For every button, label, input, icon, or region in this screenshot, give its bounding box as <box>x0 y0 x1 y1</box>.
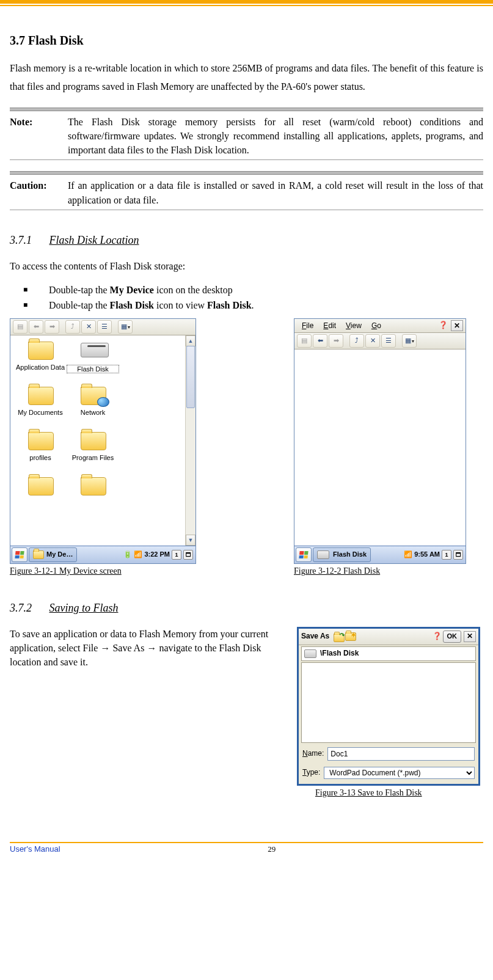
bullet-1: Double-tap the My Device icon on the des… <box>46 283 483 297</box>
menu-go[interactable]: Go <box>367 321 386 331</box>
subsection-1-number: 3.7.1 <box>10 234 32 246</box>
section-number: 3.7 <box>10 34 25 47</box>
taskbar-app-label: Flash Disk <box>333 550 367 560</box>
folder-extra-2[interactable] <box>67 475 119 520</box>
back-button[interactable]: ⬅ <box>29 320 43 334</box>
folder-program-files[interactable]: Program Files <box>67 430 119 475</box>
type-select[interactable]: WordPad Document (*.pwd) <box>324 767 475 779</box>
menu-view[interactable]: View <box>341 321 367 331</box>
subsection-2-title: Saving to Flash <box>49 602 119 614</box>
file-pane-empty[interactable] <box>294 349 466 546</box>
taskbar-app[interactable]: My De… <box>29 547 77 562</box>
forward-button[interactable]: ➡ <box>45 320 59 334</box>
drive-icon <box>81 343 109 357</box>
tray-desktop-icon[interactable]: 🗔 <box>183 550 193 560</box>
folder-label: profiles <box>14 454 67 461</box>
views-button[interactable]: ▦▾ <box>402 334 417 348</box>
folder-label: Program Files <box>67 454 119 461</box>
folder-label: My Documents <box>14 409 67 416</box>
drive-flash-disk[interactable]: Flash Disk <box>67 339 119 384</box>
figure-3-caption: Figure 3-13 Save to Flash Disk <box>315 787 480 799</box>
network-folder-icon <box>81 387 106 405</box>
header-rule <box>0 0 493 6</box>
subsection-1-heading: 3.7.1 Flash Disk Location <box>10 232 483 248</box>
tray-input-icon[interactable]: 1 <box>172 550 181 560</box>
up-button[interactable]: ⤴ <box>349 334 364 348</box>
system-tray[interactable]: 🔋 📶 3:22 PM 1 🗔 <box>123 550 194 560</box>
scroll-up-icon[interactable]: ▲ <box>186 335 195 346</box>
file-list[interactable] <box>301 662 476 743</box>
subsection-2-number: 3.7.2 <box>10 602 32 614</box>
folder-extra-1[interactable] <box>14 475 67 520</box>
dialog-title: Save As <box>301 631 329 642</box>
caution-body: If an application or a data file is inst… <box>68 178 483 207</box>
views-button[interactable]: ▦▾ <box>118 320 133 334</box>
start-button[interactable] <box>12 547 27 562</box>
menu-file[interactable]: File <box>297 321 318 331</box>
page-number: 29 <box>268 844 276 854</box>
forward-button[interactable]: ➡ <box>329 334 343 348</box>
folder-my-documents[interactable]: My Documents <box>14 384 67 430</box>
intro-paragraph: Flash memory is a re-writable location i… <box>10 59 483 97</box>
path-field[interactable]: \Flash Disk <box>301 646 476 661</box>
ok-button[interactable]: OK <box>443 631 462 643</box>
note-body: The Flash Disk storage memory persists f… <box>68 115 483 158</box>
scroll-down-icon[interactable]: ▼ <box>186 535 195 546</box>
note-block: Note: The Flash Disk storage memory pers… <box>10 108 483 161</box>
menubar: File Edit View Go ❓ ✕ <box>294 319 466 333</box>
folder-icon <box>28 387 54 405</box>
scroll-thumb[interactable] <box>186 346 195 408</box>
tray-desktop-icon[interactable]: 🗔 <box>453 550 463 560</box>
help-icon[interactable]: ❓ <box>432 632 443 642</box>
file-pane[interactable]: Application Data Flash Disk My Documents <box>10 335 195 546</box>
tray-input-icon[interactable]: 1 <box>442 550 451 560</box>
up-folder-button[interactable]: ↷ <box>334 632 343 641</box>
folder-icon <box>28 477 54 495</box>
folder-icon <box>28 342 54 360</box>
path-text: \Flash Disk <box>320 648 359 659</box>
figure-2: File Edit View Go ❓ ✕ ▤ ⬅ ➡ ⤴ ✕ ☰ <box>294 318 466 577</box>
section-title: Flash Disk <box>28 34 84 47</box>
folder-icon <box>28 432 54 450</box>
tray-signal-icon: 📶 <box>404 550 412 560</box>
tray-signal-icon: 📶 <box>134 550 142 560</box>
taskbar-app-label: My De… <box>46 550 73 560</box>
subsection-2-body: To save an application or data to Flash … <box>10 627 272 799</box>
folder-application-data[interactable]: Application Data <box>14 339 67 384</box>
folder-network[interactable]: Network <box>67 384 119 430</box>
delete-button[interactable]: ✕ <box>365 334 380 348</box>
properties-button[interactable]: ☰ <box>97 320 112 334</box>
save-as-dialog: Save As ↷ ✶ ❓ OK ✕ \Flash Disk Name: <box>297 627 480 786</box>
folder-icon <box>81 477 106 495</box>
windows-flag-icon <box>15 551 24 558</box>
address-icon[interactable]: ▤ <box>13 320 27 334</box>
folder-profiles[interactable]: profiles <box>14 430 67 475</box>
back-button[interactable]: ⬅ <box>313 334 327 348</box>
section-heading: 3.7 Flash Disk <box>10 32 483 49</box>
folder-label: Application Data <box>14 364 67 371</box>
help-icon[interactable]: ❓ <box>437 320 448 330</box>
start-button[interactable] <box>296 547 312 562</box>
drive-label: Flash Disk <box>67 365 119 373</box>
menu-edit[interactable]: Edit <box>318 321 341 331</box>
close-icon[interactable]: ✕ <box>464 631 476 642</box>
caution-block: Caution: If an application or a data fil… <box>10 171 483 210</box>
footer: User's Manual 29 <box>0 843 493 866</box>
bullet-2: Double-tap the Flash Disk icon to view F… <box>46 298 483 312</box>
up-button[interactable]: ⤴ <box>65 320 80 334</box>
drive-icon <box>317 550 329 559</box>
system-tray[interactable]: 📶 9:55 AM 1 🗔 <box>404 550 464 560</box>
address-icon[interactable]: ▤ <box>297 334 312 348</box>
delete-button[interactable]: ✕ <box>81 320 96 334</box>
folder-label: Network <box>67 409 119 416</box>
close-icon[interactable]: ✕ <box>451 320 463 331</box>
vertical-scrollbar[interactable]: ▲ ▼ <box>185 335 195 546</box>
new-folder-button[interactable]: ✶ <box>345 632 355 641</box>
name-input[interactable] <box>327 747 475 761</box>
type-label: Type: <box>302 767 320 778</box>
type-row: Type: WordPad Document (*.pwd) <box>299 764 478 782</box>
properties-button[interactable]: ☰ <box>381 334 396 348</box>
taskbar-app[interactable]: Flash Disk <box>313 547 371 562</box>
name-row: Name: <box>299 744 478 764</box>
folder-icon <box>33 550 44 559</box>
